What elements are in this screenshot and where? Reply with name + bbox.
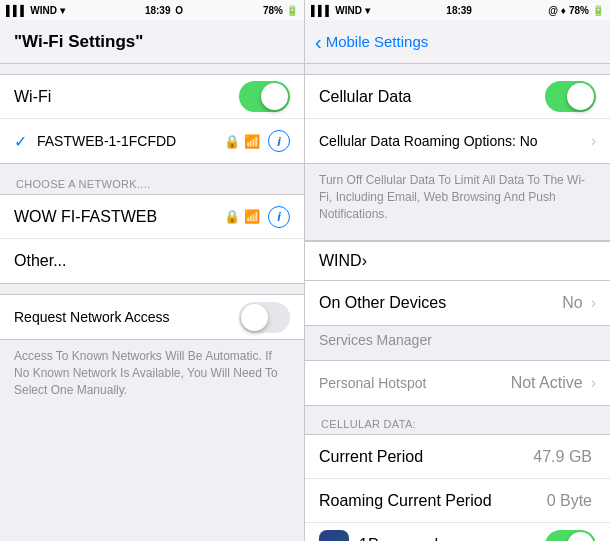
current-period-row: Current Period 47.9 GB [305,435,610,479]
wifi-icon-connected: 📶 [244,134,260,149]
back-chevron-icon: ‹ [315,32,322,52]
wifi-settings-panel: ▌▌▌ WIND ▾ 18:39 O 78% 🔋 "Wi-Fi Settings… [0,0,305,541]
cellular-data-toggle-knob [567,83,594,110]
request-access-label: Request Network Access [14,309,239,325]
current-period-label: Current Period [319,448,533,466]
wifi-footer-text: Access To Known Networks Will Be Automat… [0,340,304,406]
other-devices-value: No [562,294,582,312]
status-bar-right: ▌▌▌ WIND ▾ 18:39 @ ♦ 78% 🔋 [305,0,610,20]
personal-hotspot-chevron-icon: › [591,374,596,392]
wifi-toggle[interactable] [239,81,290,112]
other-devices-label: On Other Devices [319,294,562,312]
1password-toggle-knob [567,532,594,541]
personal-hotspot-section: Personal Hotspot Not Active › [305,360,610,406]
carrier-left: WIND [30,5,57,16]
request-access-row: Request Network Access [0,295,304,339]
roaming-options-label: Cellular Data Roaming Options: No [319,133,587,149]
info-button-connected[interactable]: i [268,130,290,152]
wifi-icon-wow: 📶 [244,209,260,224]
roaming-current-value: 0 Byte [547,492,592,510]
roaming-current-row: Roaming Current Period 0 Byte [305,479,610,523]
cellular-data-section: Cellular Data Cellular Data Roaming Opti… [305,74,610,164]
request-access-toggle[interactable] [239,302,290,333]
cellular-data-section-header: CELLULAR DATA: [305,414,610,434]
usage-section: Current Period 47.9 GB Roaming Current P… [305,434,610,541]
1password-app-icon: 1P [319,530,349,541]
wow-network-row[interactable]: WOW FI-FASTWEB 🔒 📶 i [0,195,304,239]
personal-hotspot-row[interactable]: Personal Hotspot Not Active › [305,361,610,405]
info-button-wow[interactable]: i [268,206,290,228]
request-access-section: Request Network Access [0,294,304,340]
checkmark-icon: ✓ [14,132,27,151]
1password-label: 1Password [359,536,545,541]
battery-pct-right: 78% [569,5,589,16]
time-right: 18:39 [446,5,472,16]
wow-network-name: WOW FI-FASTWEB [14,208,218,226]
wifi-label: Wi-Fi [14,88,239,106]
status-bar-left: ▌▌▌ WIND ▾ 18:39 O 78% 🔋 [0,0,304,20]
roaming-current-label: Roaming Current Period [319,492,547,510]
lock-icon-connected: 🔒 [224,134,240,149]
other-devices-chevron-icon: › [591,294,596,312]
connected-network-row[interactable]: ✓ FASTWEB-1-1FCFDD 🔒 📶 i [0,119,304,163]
cellular-data-toggle[interactable] [545,81,596,112]
personal-hotspot-value: Not Active [511,374,583,392]
battery-icon-right: 🔋 [592,5,604,16]
choose-network-section: CHOOSE A NETWORK.... WOW FI-FASTWEB 🔒 📶 … [0,174,304,284]
wifi-toggle-row: Wi-Fi [0,75,304,119]
wifi-toggle-knob [261,83,288,110]
app-row-1password: 1P 1Password [305,523,610,541]
battery-pct-left: 78% [263,5,283,16]
wifi-toggle-section: Wi-Fi ✓ FASTWEB-1-1FCFDD 🔒 📶 i [0,74,304,164]
connected-network-name: FASTWEB-1-1FCFDD [37,133,218,149]
back-button[interactable]: Mobile Settings [326,33,429,50]
roaming-options-row[interactable]: Cellular Data Roaming Options: No › [305,119,610,163]
cellular-data-row: Cellular Data [305,75,610,119]
signal-bars-right-icon: ▌▌▌ [311,5,332,16]
personal-hotspot-label: Personal Hotspot [319,375,511,391]
clock-icon: O [175,5,183,16]
nav-bar-left: "Wi-Fi Settings" [0,20,304,64]
other-network-row[interactable]: Other... [0,239,304,283]
carrier-right: WIND [335,5,362,16]
wind-row: WIND› [305,241,610,281]
other-network-label: Other... [14,252,290,270]
page-title-left: "Wi-Fi Settings" [14,32,143,52]
nav-bar-right: ‹ Mobile Settings [305,20,610,64]
signal-bars-icon: ▌▌▌ [6,5,27,16]
request-access-toggle-knob [241,304,268,331]
current-period-value: 47.9 GB [533,448,592,466]
lock-icon-wow: 🔒 [224,209,240,224]
wind-label: WIND› [319,252,596,270]
battery-icon-left: 🔋 [286,5,298,16]
roaming-chevron-icon: › [591,132,596,150]
1password-toggle[interactable] [545,530,596,541]
wind-section: WIND› On Other Devices No › [305,240,610,326]
signal-icon-right: @ ♦ [548,5,566,16]
services-manager-label: Services Manager [305,326,610,350]
mobile-settings-panel: ▌▌▌ WIND ▾ 18:39 @ ♦ 78% 🔋 ‹ Mobile Sett… [305,0,610,541]
cellular-data-label: Cellular Data [319,88,545,106]
time-left: 18:39 [145,5,171,16]
cellular-description: Turn Off Cellular Data To Limit All Data… [305,164,610,230]
choose-network-header: CHOOSE A NETWORK.... [0,174,304,194]
other-devices-row[interactable]: On Other Devices No › [305,281,610,325]
